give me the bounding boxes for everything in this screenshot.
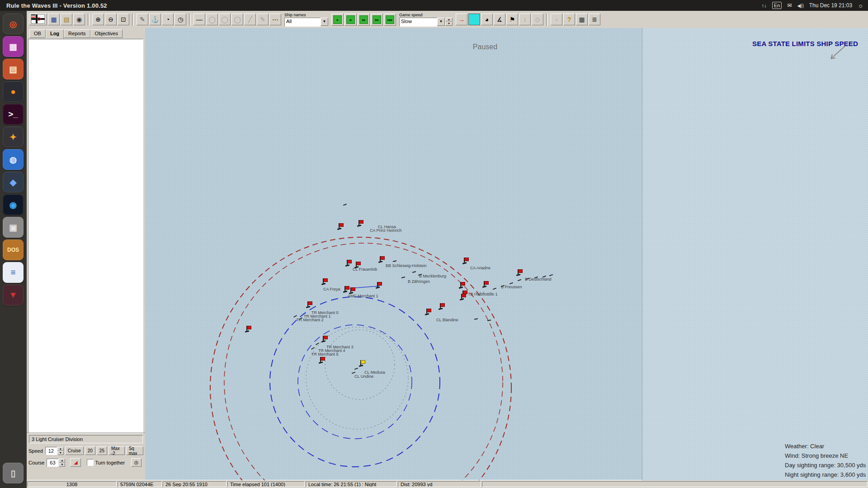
turn-together-checkbox[interactable]	[87, 459, 94, 466]
zoom-area-button[interactable]: ⊡	[118, 14, 129, 25]
network-arrows-icon[interactable]: ↑↓	[762, 3, 767, 8]
dosbox-icon[interactable]: DOS	[3, 239, 24, 260]
flagship-yellow-flag[interactable]	[360, 360, 365, 366]
app-purple-icon[interactable]: ▦	[3, 36, 24, 57]
text-editor-icon[interactable]: ≡	[3, 262, 24, 283]
clock-button[interactable]: ◔	[162, 14, 174, 25]
time-step-button-5[interactable]: ▶▶▶	[384, 14, 396, 26]
circle-button-1[interactable]: ◯	[206, 14, 218, 25]
firefox-icon[interactable]: ●	[3, 81, 24, 102]
formation-button[interactable]: ◎	[131, 458, 142, 467]
ship-red-flag[interactable]	[356, 262, 360, 267]
ship-red-flag[interactable]	[323, 336, 327, 341]
anchor-button[interactable]: ⚓	[149, 14, 161, 25]
chevron-down-icon[interactable]: ▼	[437, 18, 445, 26]
trash-icon[interactable]: ▯	[3, 463, 24, 483]
sea-color-swatch[interactable]	[468, 14, 480, 25]
app-blue-swirl-icon[interactable]: ◍	[3, 149, 24, 170]
tab-reports[interactable]: Reports	[64, 29, 90, 38]
speed-value[interactable]: 12	[45, 447, 57, 455]
division-button-25[interactable]: 25	[97, 446, 107, 455]
ship-red-flag[interactable]	[359, 220, 363, 225]
virtualbox-icon[interactable]: ◆	[3, 172, 24, 192]
ship-red-flag[interactable]	[484, 281, 488, 286]
tab-log[interactable]: Log	[46, 29, 64, 39]
measure-button[interactable]: ✎	[137, 14, 148, 25]
course-value[interactable]: 63	[47, 459, 58, 467]
keyboard-indicator[interactable]: En	[772, 2, 782, 9]
ship-red-flag[interactable]	[320, 357, 325, 362]
speed-stepper[interactable]: 12 ▲▼	[45, 447, 64, 455]
ship-names-select[interactable]: All▼	[284, 18, 328, 27]
calculator-button[interactable]: ▦	[576, 14, 588, 25]
zoom-in-button[interactable]: ⊕	[92, 14, 104, 25]
ship-red-flag[interactable]	[307, 301, 312, 307]
course-up-icon[interactable]: ▲	[59, 459, 65, 463]
game-speed-stepper[interactable]: ▲▼	[445, 18, 453, 27]
ship-red-flag[interactable]	[518, 269, 522, 275]
ship-red-flag[interactable]	[246, 326, 251, 331]
clock-alt-button[interactable]: ◷	[175, 14, 186, 25]
log-pad-button[interactable]: ▤	[61, 14, 72, 25]
circle-button-3[interactable]: ◯	[231, 14, 243, 25]
help-button[interactable]: ?	[563, 14, 575, 25]
wine-icon[interactable]: ▼	[3, 285, 24, 305]
archive-icon[interactable]: ▣	[3, 217, 24, 238]
clock[interactable]: Thu Dec 19 21:03	[809, 2, 852, 9]
ship-red-flag[interactable]	[347, 260, 351, 265]
advance-turn-button[interactable]: →	[456, 14, 467, 25]
course-stepper[interactable]: 63 ▲▼	[47, 459, 65, 467]
german-ensign-button[interactable]	[29, 14, 47, 25]
flag-plot-button[interactable]: ⚑	[506, 14, 518, 25]
terminal-icon[interactable]: >_	[3, 104, 24, 125]
minus-button[interactable]: —	[193, 14, 205, 25]
ship-red-flag[interactable]	[461, 294, 466, 299]
ship-red-flag[interactable]	[377, 282, 382, 287]
time-step-button-3[interactable]: ▶▶	[358, 14, 370, 26]
line-button[interactable]: ╱	[244, 14, 256, 25]
ship-red-flag[interactable]	[380, 256, 384, 262]
ship-red-flag[interactable]	[344, 286, 349, 291]
file-cabinet-icon[interactable]: ▤	[3, 59, 24, 80]
volume-icon[interactable]: ◀))	[797, 3, 803, 8]
log-content[interactable]	[28, 39, 143, 433]
course-down-icon[interactable]: ▼	[59, 463, 65, 467]
time-step-button-2[interactable]: ▶|	[344, 14, 357, 26]
speed-up-icon[interactable]: ▲	[445, 18, 453, 22]
division-button-max-2[interactable]: Max -2	[108, 446, 125, 455]
speed-down-icon[interactable]: ▼	[445, 22, 453, 26]
save-button[interactable]: ▦	[48, 14, 60, 25]
formation-button-2[interactable]: ◇	[532, 14, 543, 25]
protractor-button[interactable]: ∡	[494, 14, 505, 25]
speed-up-icon[interactable]: ▲	[57, 447, 64, 451]
print-button[interactable]: ≣	[589, 14, 600, 25]
time-step-button-4[interactable]: ▶▶|	[371, 14, 383, 26]
game-speed-value[interactable]: Slow	[399, 18, 437, 27]
tab-ob[interactable]: OB	[29, 29, 46, 38]
formation-button-1[interactable]: ↕	[519, 14, 531, 25]
time-step-button-1[interactable]: ▶	[331, 14, 344, 26]
zoom-out-button[interactable]: ⊖	[105, 14, 117, 25]
session-gear-icon[interactable]: ☼	[858, 2, 863, 9]
map[interactable]: Paused SEA STATE LIMITS SHIP SPEED Weath…	[145, 28, 868, 480]
dash-icon[interactable]: ◎	[3, 14, 24, 34]
keyring-icon[interactable]: ◉	[3, 194, 24, 215]
tab-objectives[interactable]: Objectives	[90, 29, 123, 38]
ship-red-flag[interactable]	[350, 287, 355, 293]
ship-red-flag[interactable]	[323, 278, 327, 284]
division-button-sq-max[interactable]: Sq max	[126, 446, 143, 455]
ship-red-flag[interactable]	[440, 303, 444, 309]
circle-button-2[interactable]: ◯	[219, 14, 231, 25]
stopwatch-button[interactable]: ◕	[481, 14, 493, 25]
dots-button[interactable]: ⋯	[269, 14, 281, 25]
set-course-button[interactable]: ◢	[70, 458, 81, 467]
software-center-icon[interactable]: ✦	[3, 127, 24, 147]
mail-icon[interactable]: ✉	[787, 2, 792, 9]
division-button-cruise[interactable]: Cruise	[65, 446, 84, 455]
chevron-down-icon[interactable]: ▼	[321, 18, 328, 26]
division-button-20[interactable]: 20	[85, 446, 95, 455]
ship-red-flag[interactable]	[464, 258, 468, 263]
pencil-button[interactable]: ✎	[257, 14, 269, 25]
ship-red-flag[interactable]	[426, 309, 431, 314]
ship-red-flag[interactable]	[339, 223, 343, 229]
